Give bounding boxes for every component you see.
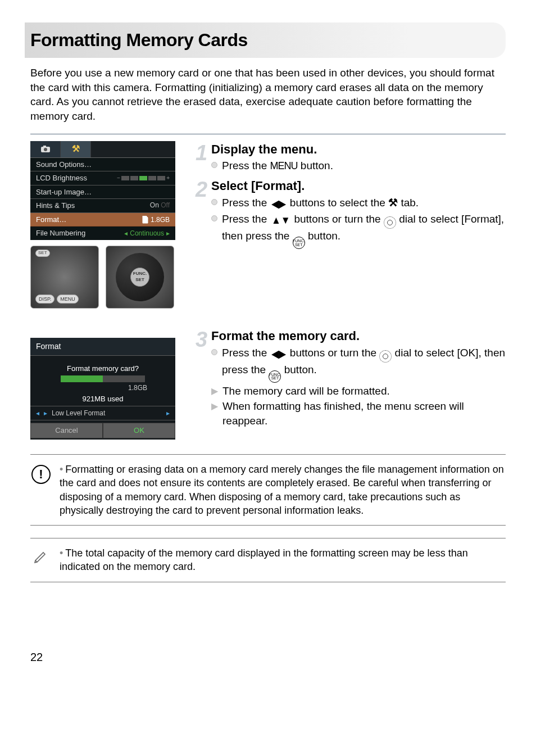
step-title: Select [Format]. [211, 178, 506, 194]
page-title: Formatting Memory Cards [30, 30, 248, 50]
step-1: 1 Display the menu. Press the MENU butto… [196, 141, 506, 173]
menu-row-lcd-brightness: LCD Brightness − + [30, 171, 175, 185]
step-title: Display the menu. [211, 141, 506, 158]
camera-menu-screenshot: ⚒ Sound Options… LCD Brightness − + Star… [30, 141, 175, 240]
capacity-bar [61, 375, 145, 382]
divider [30, 134, 506, 134]
tab-setup: ⚒ [61, 141, 91, 157]
menu-row-startup-image: Start-up Image… [30, 185, 175, 200]
menu-value: 1.8GB [151, 215, 170, 224]
camera-controls-illustrations: SET DISP. MENU FUNC. SET [30, 246, 188, 309]
caution-note: ! •Formatting or erasing data on a memor… [30, 454, 506, 526]
step-result: The memory card will be formatted. [222, 384, 390, 399]
menu-row-file-numbering: File Numbering ◂ Continuous ▸ [30, 227, 175, 240]
step-result: When formatting has finished, the menu s… [222, 399, 506, 428]
menu-label: Sound Options… [36, 160, 92, 170]
caution-icon: ! [31, 465, 51, 484]
menu-label: Hints & Tips [36, 201, 75, 211]
control-wheel-buttons: SET DISP. MENU [30, 246, 99, 309]
menu-label: Start-up Image… [36, 187, 92, 197]
step-2: 2 Select [Format]. Press the ◀▶ buttons … [196, 178, 506, 249]
used-label: 921MB used [36, 394, 170, 404]
bullet-icon [211, 215, 217, 221]
low-level-format-row: ◂ ▸ Low Level Format ▸ [30, 406, 175, 420]
menu-label: Format… [36, 215, 66, 225]
svg-point-2 [44, 148, 47, 151]
step-number: 3 [196, 325, 207, 354]
step-number: 2 [196, 175, 207, 204]
step-text: Press the ▲▼ buttons or turn the dial to… [222, 212, 506, 249]
capacity-label: 1.8GB [36, 383, 170, 392]
arrow-right-icon: ▸ [166, 409, 170, 418]
arrow-left-icon: ◂ [36, 409, 39, 418]
note-text: •The total capacity of the memory card d… [60, 546, 505, 574]
low-level-label: Low Level Format [52, 409, 105, 418]
page-number: 22 [30, 650, 506, 665]
dial-icon [379, 350, 392, 363]
tab-camera [30, 141, 61, 157]
menu-word-icon: MENU [270, 160, 298, 171]
camera-icon [40, 145, 51, 153]
ok-button: OK [103, 423, 175, 438]
tip-note: •The total capacity of the memory card d… [30, 538, 506, 582]
format-dialog-screenshot: Format Format memory card? 1.8GB 921MB u… [30, 338, 175, 440]
menu-row-hints-tips: Hints & Tips On Off [30, 199, 175, 213]
brightness-bar: − + [117, 173, 170, 183]
step-number: 1 [196, 139, 207, 168]
menu-row-sound-options: Sound Options… [30, 158, 175, 172]
dialog-prompt: Format memory card? [36, 364, 170, 374]
note-text: •Formatting or erasing data on a memory … [60, 463, 505, 517]
tools-icon: ⚒ [72, 143, 80, 155]
dialog-title: Format [30, 338, 175, 356]
func-set-button: FUNC. SET [130, 268, 149, 287]
result-arrow-icon: ▶ [211, 385, 218, 399]
step-title: Format the memory card. [211, 328, 506, 345]
bullet-icon [211, 199, 217, 205]
result-arrow-icon: ▶ [211, 400, 218, 428]
set-label: SET [35, 250, 50, 257]
func-set-icon: FUNC.SET [269, 370, 281, 383]
dial-icon [384, 216, 396, 229]
menu-label: File Numbering [36, 228, 85, 238]
step-text: Press the ◀▶ buttons to select the ⚒ tab… [222, 196, 419, 211]
menu-button: MENU [57, 295, 79, 304]
sd-card-icon [142, 216, 148, 224]
intro-paragraph: Before you use a new memory card or one … [30, 66, 506, 124]
left-right-icon: ◀▶ [271, 347, 286, 361]
menu-label: LCD Brightness [36, 173, 87, 183]
bullet-icon [211, 349, 217, 355]
section-heading-bar: Formatting Memory Cards [30, 22, 506, 58]
func-set-icon: FUNC.SET [293, 237, 305, 249]
step-text: Press the ◀▶ buttons or turn the dial to… [222, 346, 506, 383]
menu-row-format: Format… 1.8GB [30, 213, 175, 227]
tools-icon: ⚒ [388, 196, 398, 210]
step-3: 3 Format the memory card. Press the ◀▶ b… [196, 328, 506, 428]
bullet-icon [211, 162, 217, 168]
menu-value: On [150, 201, 159, 209]
cancel-button: Cancel [30, 423, 103, 438]
svg-rect-1 [43, 146, 46, 147]
menu-value: ◂ Continuous ▸ [124, 228, 170, 238]
pencil-icon [31, 546, 51, 565]
disp-button: DISP. [35, 295, 54, 304]
left-right-icon: ◀▶ [271, 197, 286, 211]
control-wheel-dial: FUNC. SET [106, 246, 174, 309]
step-text: Press the MENU button. [222, 159, 333, 173]
up-down-icon: ▲▼ [271, 213, 290, 228]
